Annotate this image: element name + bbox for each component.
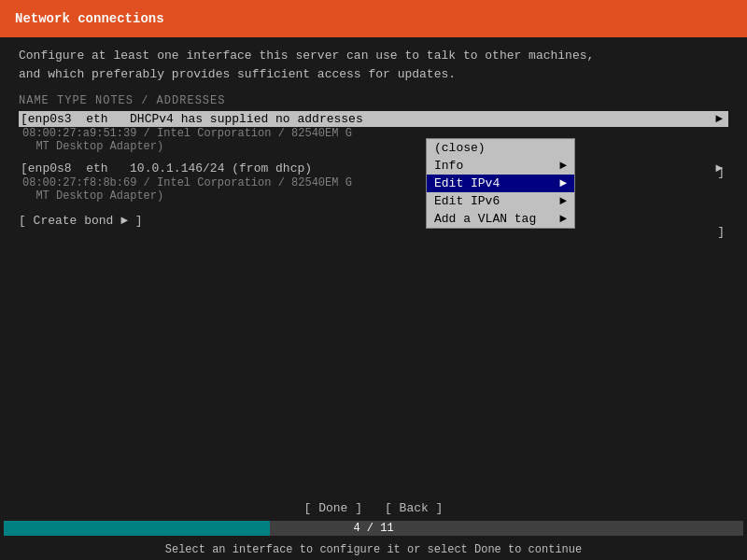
done-button[interactable]: [ Done ] [297, 499, 370, 517]
description: Configure at least one interface this se… [19, 47, 728, 83]
menu-add-vlan-arrow: ► [559, 212, 567, 226]
menu-edit-ipv6-label: Edit IPv6 [434, 194, 500, 208]
interface-main-enp0s3[interactable]: [ enp0s3 eth DHCPv4 has supplied no addr… [19, 111, 728, 127]
menu-info-arrow: ► [559, 159, 567, 173]
context-menu: (close) Info ► Edit IPv4 ► Edit IPv6 ► A… [426, 138, 575, 229]
menu-edit-ipv4-label: Edit IPv4 [434, 176, 500, 190]
menu-edit-ipv4-arrow: ► [559, 176, 567, 190]
interface-main-enp0s8[interactable]: [ enp0s8 eth 10.0.1.146/24 (from dhcp)► [19, 161, 728, 176]
iface-type-enp0s8: eth [72, 161, 108, 175]
menu-item-add-vlan[interactable]: Add a VLAN tag ► [427, 210, 574, 228]
interface-sub1-enp0s8: 08:00:27:f8:8b:69 / Intel Corporation / … [19, 176, 728, 189]
iface-name-enp0s3: enp0s3 [28, 112, 72, 126]
progress-text: 4 / 11 [4, 521, 743, 536]
status-bar: Select an interface to configure it or s… [0, 539, 747, 560]
right-bracket-enp0s8: ] [717, 225, 725, 239]
progress-bar-container: 4 / 11 [4, 521, 743, 536]
description-line1: Configure at least one interface this se… [19, 47, 728, 65]
create-bond-button[interactable]: [ Create bond ► ] [19, 214, 728, 228]
bottom-section: [ Done ] [ Back ] 4 / 11 [0, 496, 747, 539]
interface-sub1-enp0s3: 08:00:27:a9:51:39 / Intel Corporation / … [19, 127, 728, 140]
back-button[interactable]: [ Back ] [377, 499, 450, 517]
menu-item-close[interactable]: (close) [427, 139, 574, 157]
main-content: Configure at least one interface this se… [0, 37, 747, 496]
interface-row-enp0s3[interactable]: [ enp0s3 eth DHCPv4 has supplied no addr… [19, 111, 728, 153]
table-header: NAME TYPE NOTES / ADDRESSES [19, 94, 728, 107]
app: Network connections Configure at least o… [0, 0, 747, 560]
iface-type-enp0s3: eth [72, 112, 108, 126]
right-bracket-enp0s3: ] [717, 165, 725, 179]
buttons: [ Done ] [ Back ] [0, 499, 747, 517]
interface-sub2-enp0s3: MT Desktop Adapter) [19, 140, 728, 153]
arrow-enp0s3: ► [715, 112, 723, 126]
interface-sub2-enp0s8: MT Desktop Adapter) [19, 189, 728, 203]
menu-add-vlan-label: Add a VLAN tag [434, 212, 536, 226]
description-line2: and which preferably provides sufficient… [19, 65, 728, 84]
bracket-open: [ [21, 112, 28, 126]
menu-close-label: (close) [434, 141, 486, 155]
interface-row-enp0s8[interactable]: [ enp0s8 eth 10.0.1.146/24 (from dhcp)► … [19, 161, 728, 203]
title-label: Network connections [15, 11, 164, 26]
iface-notes-enp0s8: 10.0.1.146/24 (from dhcp) [108, 161, 312, 175]
iface-name-enp0s8: enp0s8 [28, 161, 72, 175]
menu-info-label: Info [434, 159, 463, 173]
bracket-open2: [ [21, 161, 28, 175]
menu-edit-ipv6-arrow: ► [559, 194, 567, 208]
iface-notes-enp0s3: DHCPv4 has supplied no addresses [108, 112, 363, 126]
menu-item-info[interactable]: Info ► [427, 157, 574, 175]
menu-item-edit-ipv6[interactable]: Edit IPv6 ► [427, 192, 574, 210]
title-bar: Network connections [0, 0, 747, 37]
menu-item-edit-ipv4[interactable]: Edit IPv4 ► [427, 175, 574, 192]
